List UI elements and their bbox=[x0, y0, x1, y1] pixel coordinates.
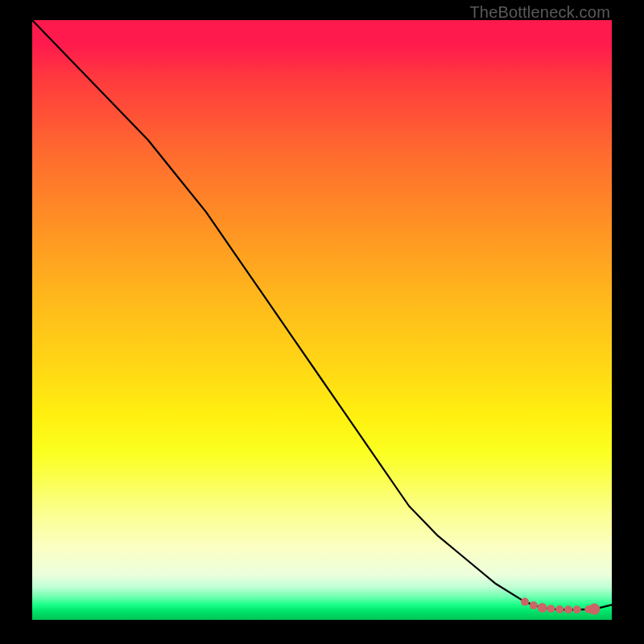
marker-point bbox=[555, 605, 564, 613]
marker-point bbox=[521, 598, 529, 606]
marker-point bbox=[564, 605, 572, 613]
marker-group bbox=[521, 598, 600, 615]
marker-point bbox=[547, 605, 555, 613]
marker-point bbox=[588, 604, 600, 615]
chart-frame: TheBottleneck.com bbox=[0, 0, 644, 644]
curve-line bbox=[32, 20, 612, 609]
watermark-label: TheBottleneck.com bbox=[469, 3, 610, 22]
marker-point bbox=[573, 605, 581, 613]
chart-overlay bbox=[32, 20, 612, 620]
marker-point bbox=[530, 601, 538, 609]
marker-point bbox=[538, 603, 547, 613]
